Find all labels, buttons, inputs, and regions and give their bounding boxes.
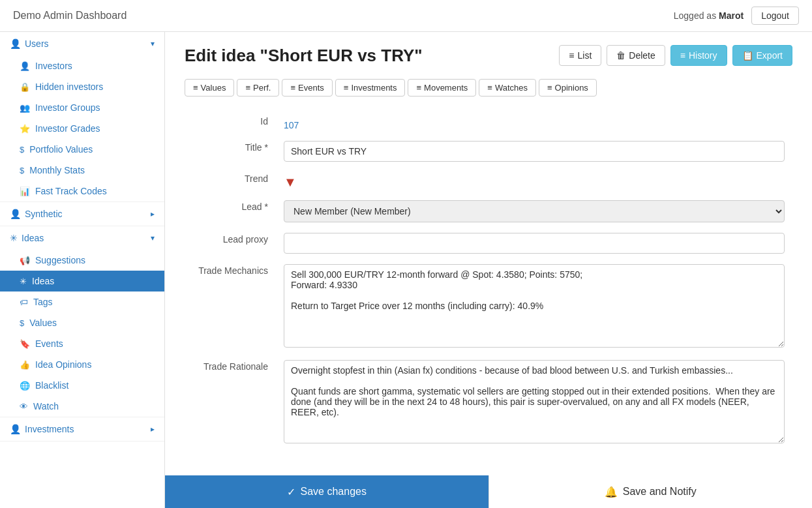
sidebar-item-watch[interactable]: 👁 Watch bbox=[0, 396, 164, 417]
events-icon: 🔖 bbox=[20, 339, 30, 349]
layout: 👤Users ▾ 👤 Investors 🔒 Hidden investors … bbox=[0, 32, 812, 508]
bottom-bar: ✓ Save changes 🔔 Save and Notify bbox=[165, 475, 812, 508]
export-icon: 📋 bbox=[742, 50, 753, 61]
tab-opinions[interactable]: ≡ Opinions bbox=[539, 79, 597, 97]
header-actions: ≡ List 🗑 Delete ≡ History 📋 Export bbox=[559, 45, 792, 66]
sidebar-item-investor-grades[interactable]: ⭐ Investor Grades bbox=[0, 118, 164, 139]
lock-icon: 🔒 bbox=[20, 82, 30, 92]
sidebar-header-users[interactable]: 👤Users ▾ bbox=[0, 32, 164, 55]
tab-watches-icon: ≡ bbox=[487, 83, 492, 93]
id-label: Id bbox=[185, 110, 276, 136]
sidebar-section-investments: 👤Investments ▸ bbox=[0, 417, 164, 441]
id-value: 107 bbox=[284, 115, 785, 130]
tab-perf-icon: ≡ bbox=[245, 83, 250, 93]
chevron-right2-icon: ▸ bbox=[151, 425, 155, 434]
topbar: Demo Admin Dashboard Logged as Marot Log… bbox=[0, 0, 812, 32]
sidebar-item-tags[interactable]: 🏷 Tags bbox=[0, 291, 164, 312]
tab-movements-icon: ≡ bbox=[416, 83, 421, 93]
sidebar-item-fast-track-codes[interactable]: 📊 Fast Track Codes bbox=[0, 181, 164, 202]
checkmark-icon: ✓ bbox=[287, 486, 295, 498]
investments-icon: 👤 bbox=[10, 424, 21, 434]
form-row-id: Id 107 bbox=[185, 110, 792, 136]
bell-icon: 🔔 bbox=[605, 486, 618, 498]
chevron-right-icon: ▸ bbox=[151, 209, 155, 218]
tab-events-icon: ≡ bbox=[290, 83, 295, 93]
user-icon: 👤 bbox=[10, 38, 21, 49]
trade-mechanics-label: Trade Mechanics bbox=[185, 259, 276, 355]
sidebar-item-ideas[interactable]: ✳ Ideas bbox=[0, 271, 164, 291]
sidebar-section-ideas: ✳Ideas ▾ 📢 Suggestions ✳ Ideas 🏷 Tags $ … bbox=[0, 226, 164, 417]
title-label: Title * bbox=[185, 136, 276, 167]
main-content: Edit idea "Short EUR vs TRY" ≡ List 🗑 De… bbox=[165, 32, 812, 508]
chevron-down-icon: ▾ bbox=[151, 39, 155, 48]
sidebar-item-idea-opinions[interactable]: 👍 Idea Opinions bbox=[0, 354, 164, 375]
lead-select[interactable]: New Member (New Member) bbox=[284, 200, 785, 222]
list-button[interactable]: ≡ List bbox=[559, 45, 601, 66]
sidebar-item-suggestions[interactable]: 📢 Suggestions bbox=[0, 250, 164, 271]
tab-events[interactable]: ≡ Events bbox=[282, 79, 332, 97]
form-row-lead-proxy: Lead proxy bbox=[185, 228, 792, 259]
values-icon: $ bbox=[20, 318, 24, 328]
page-header: Edit idea "Short EUR vs TRY" ≡ List 🗑 De… bbox=[185, 45, 792, 66]
chevron-down2-icon: ▾ bbox=[151, 233, 155, 243]
sidebar-item-portfolio-values[interactable]: $ Portfolio Values bbox=[0, 139, 164, 160]
export-button[interactable]: 📋 Export bbox=[732, 45, 792, 66]
tabs: ≡ Values ≡ Perf. ≡ Events ≡ Investments … bbox=[185, 79, 792, 97]
app-title: Demo Admin Dashboard bbox=[13, 10, 127, 22]
title-input[interactable] bbox=[284, 141, 785, 162]
tag-icon: 🏷 bbox=[20, 297, 28, 307]
dollar-icon: $ bbox=[20, 145, 24, 155]
tab-watches[interactable]: ≡ Watches bbox=[479, 79, 536, 97]
sidebar-item-blacklist[interactable]: 🌐 Blacklist bbox=[0, 375, 164, 396]
username: Marot bbox=[719, 10, 744, 21]
list-icon: ≡ bbox=[569, 50, 574, 61]
thumbsup-icon: 👍 bbox=[20, 360, 30, 370]
sidebar-item-monthly-stats[interactable]: $ Monthly Stats bbox=[0, 160, 164, 181]
tab-values[interactable]: ≡ Values bbox=[185, 79, 234, 97]
star-icon: ⭐ bbox=[20, 124, 30, 134]
trade-rationale-textarea[interactable]: Overnight stopfest in thin (Asian fx) co… bbox=[284, 360, 785, 443]
sidebar-item-hidden-investors[interactable]: 🔒 Hidden investors bbox=[0, 76, 164, 97]
tab-movements[interactable]: ≡ Movements bbox=[408, 79, 476, 97]
trend-down-icon[interactable]: ▼ bbox=[284, 172, 785, 190]
group-icon: 👥 bbox=[20, 103, 30, 113]
sidebar-header-ideas[interactable]: ✳Ideas ▾ bbox=[0, 226, 164, 250]
sidebar-header-synthetic[interactable]: 👤Synthetic ▸ bbox=[0, 202, 164, 226]
logout-button[interactable]: Logout bbox=[751, 7, 799, 25]
globe-icon: 🌐 bbox=[20, 381, 30, 391]
tab-perf[interactable]: ≡ Perf. bbox=[237, 79, 279, 97]
edit-form: Id 107 Title * Trend ▼ Lead * New Mem bbox=[185, 110, 792, 451]
save-button[interactable]: ✓ Save changes bbox=[165, 475, 489, 508]
lead-proxy-input[interactable] bbox=[284, 233, 785, 254]
history-icon: ≡ bbox=[680, 50, 685, 61]
tab-investments-icon: ≡ bbox=[344, 83, 349, 93]
sidebar-item-investors[interactable]: 👤 Investors bbox=[0, 55, 164, 76]
delete-button[interactable]: 🗑 Delete bbox=[607, 45, 665, 66]
topbar-right: Logged as Marot Logout bbox=[674, 7, 799, 25]
form-row-lead: Lead * New Member (New Member) bbox=[185, 195, 792, 228]
page-title: Edit idea "Short EUR vs TRY" bbox=[185, 46, 423, 66]
tab-values-icon: ≡ bbox=[193, 83, 198, 93]
tab-investments[interactable]: ≡ Investments bbox=[335, 79, 406, 97]
form-row-trend: Trend ▼ bbox=[185, 167, 792, 195]
investor-icon: 👤 bbox=[20, 61, 30, 71]
sidebar-item-investor-groups[interactable]: 👥 Investor Groups bbox=[0, 97, 164, 118]
form-row-title: Title * bbox=[185, 136, 792, 167]
sidebar-item-events[interactable]: 🔖 Events bbox=[0, 333, 164, 354]
sidebar-section-users: 👤Users ▾ 👤 Investors 🔒 Hidden investors … bbox=[0, 32, 164, 202]
trend-label: Trend bbox=[185, 167, 276, 195]
logged-as-label: Logged as Marot bbox=[674, 10, 744, 21]
sidebar-section-synthetic: 👤Synthetic ▸ bbox=[0, 202, 164, 226]
ideas-icon: ✳ bbox=[20, 276, 27, 286]
tab-opinions-icon: ≡ bbox=[547, 83, 552, 93]
sidebar-item-values[interactable]: $ Values bbox=[0, 312, 164, 333]
trade-mechanics-textarea[interactable]: Sell 300,000 EUR/TRY 12-month forward @ … bbox=[284, 264, 785, 348]
history-button[interactable]: ≡ History bbox=[670, 45, 727, 66]
lead-label: Lead * bbox=[185, 195, 276, 228]
sidebar: 👤Users ▾ 👤 Investors 🔒 Hidden investors … bbox=[0, 32, 165, 508]
dollar2-icon: $ bbox=[20, 166, 24, 175]
trash-icon: 🗑 bbox=[616, 50, 625, 61]
sidebar-header-investments[interactable]: 👤Investments ▸ bbox=[0, 417, 164, 441]
save-notify-button[interactable]: 🔔 Save and Notify bbox=[489, 475, 813, 508]
megaphone-icon: 📢 bbox=[20, 256, 30, 265]
